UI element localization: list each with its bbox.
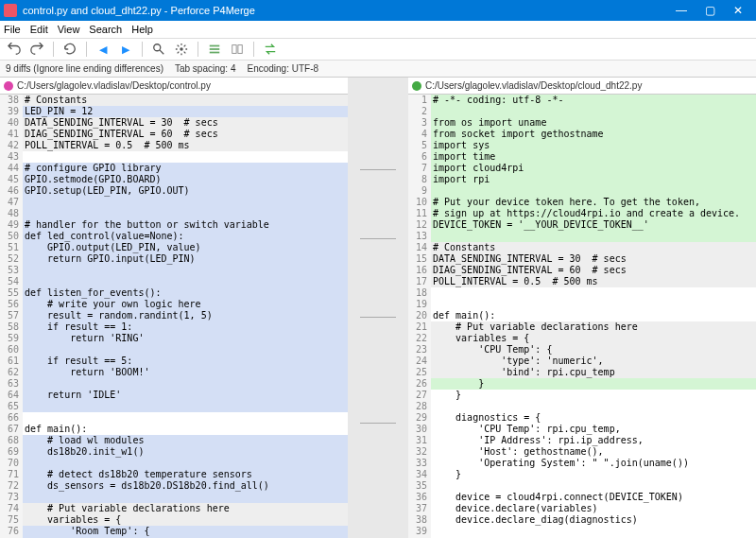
swap-icon[interactable] (262, 41, 279, 58)
code-line[interactable]: } (431, 390, 756, 401)
code-line[interactable]: from os import uname (431, 117, 756, 129)
menu-file[interactable]: File (4, 24, 21, 35)
code-line[interactable]: ds_sensors = ds18b20.DS18b20.find_all() (23, 480, 348, 492)
code-line[interactable]: variables = { (431, 333, 756, 344)
code-line[interactable]: # Put variable declarations here (23, 503, 348, 514)
menu-search[interactable]: Search (89, 24, 122, 35)
code-line[interactable]: POLL_INTERVAL = 0.5 # 500 ms (431, 276, 756, 287)
prev-diff-icon[interactable]: ◀ (94, 41, 112, 58)
minimize-icon[interactable]: — (667, 4, 696, 17)
list-view-icon[interactable] (206, 41, 223, 58)
code-line[interactable] (431, 231, 756, 242)
code-line[interactable] (23, 412, 348, 424)
code-line[interactable]: 'bind': rpi.cpu_temp (431, 367, 756, 378)
code-line[interactable]: 'IP Address': rpi.ip_address, (431, 435, 756, 446)
search-icon[interactable] (150, 41, 167, 58)
code-line[interactable]: # Put variable declarations here (431, 321, 756, 333)
code-line[interactable] (23, 458, 348, 469)
code-line[interactable]: 'CPU Temp': rpi.cpu_temp, (431, 424, 756, 435)
code-line[interactable]: # write your own logic here (23, 299, 348, 310)
code-line[interactable]: def listen_for_events(): (23, 287, 348, 299)
code-line[interactable]: LED_PIN = 12 (23, 106, 348, 117)
code-line[interactable] (431, 299, 756, 310)
code-line[interactable]: def main(): (431, 310, 756, 321)
code-line[interactable]: # load wl modules (23, 435, 348, 446)
menu-help[interactable]: Help (131, 24, 153, 35)
code-line[interactable] (431, 287, 756, 299)
code-line[interactable]: if result == 1: (23, 321, 348, 333)
code-line[interactable]: def main(): (23, 424, 348, 435)
code-line[interactable]: # handler for the button or switch varia… (23, 219, 348, 231)
code-line[interactable] (431, 106, 756, 117)
code-line[interactable]: return GPIO.input(LED_PIN) (23, 253, 348, 265)
undo-icon[interactable] (6, 41, 23, 58)
code-line[interactable] (431, 526, 756, 537)
menu-view[interactable]: View (58, 24, 80, 35)
code-line[interactable] (23, 344, 348, 356)
refresh-icon[interactable] (61, 41, 78, 58)
code-line[interactable]: # configure GPIO library (23, 163, 348, 174)
code-line[interactable]: # sign up at https://cloud4rpi.io and cr… (431, 208, 756, 219)
code-line[interactable] (23, 197, 348, 208)
code-line[interactable]: POLL_INTERVAL = 0.5 # 500 ms (23, 140, 348, 151)
code-line[interactable] (431, 401, 756, 412)
code-line[interactable]: return 'RING' (23, 333, 348, 344)
code-line[interactable]: # Constants (23, 95, 348, 106)
window-title: control.py and cloud_dht22.py - Perforce… (23, 5, 667, 16)
code-line[interactable]: 'CPU Temp': { (431, 344, 756, 356)
code-line[interactable]: DIAG_SENDING_INTERVAL = 60 # secs (23, 129, 348, 140)
tree-view-icon[interactable] (229, 41, 246, 58)
menu-edit[interactable]: Edit (30, 24, 48, 35)
code-line[interactable]: import time (431, 151, 756, 163)
code-line[interactable]: } (431, 378, 756, 390)
code-line[interactable] (23, 276, 348, 287)
code-line[interactable]: 'Host': gethostname(), (431, 446, 756, 458)
code-line[interactable]: DATA_SENDING_INTERVAL = 30 # secs (431, 253, 756, 265)
redo-icon[interactable] (28, 41, 45, 58)
left-code[interactable]: 38# Constants39LED_PIN = 1240DATA_SENDIN… (0, 95, 348, 538)
code-line[interactable]: diagnostics = { (431, 412, 756, 424)
code-line[interactable]: GPIO.output(LED_PIN, value) (23, 242, 348, 253)
code-line[interactable]: 'type': 'numeric', (431, 356, 756, 367)
code-line[interactable]: GPIO.setmode(GPIO.BOARD) (23, 174, 348, 185)
maximize-icon[interactable]: ▢ (696, 4, 724, 17)
line-number: 4 (408, 129, 431, 140)
code-line[interactable]: device = cloud4rpi.connect(DEVICE_TOKEN) (431, 492, 756, 503)
code-line[interactable] (23, 208, 348, 219)
code-line[interactable]: import cloud4rpi (431, 163, 756, 174)
code-line[interactable]: import sys (431, 140, 756, 151)
code-line[interactable]: DEVICE_TOKEN = '__YOUR_DEVICE_TOKEN__' (431, 219, 756, 231)
code-line[interactable]: from socket import gethostname (431, 129, 756, 140)
code-line[interactable]: ds18b20.init_w1() (23, 446, 348, 458)
code-line[interactable]: } (431, 469, 756, 480)
code-line[interactable]: # Constants (431, 242, 756, 253)
code-line[interactable]: 'Room Temp': { (23, 526, 348, 537)
code-line[interactable]: def led_control(value=None): (23, 231, 348, 242)
code-line[interactable] (431, 480, 756, 492)
code-line[interactable]: # detect ds18b20 temperature sensors (23, 469, 348, 480)
settings-icon[interactable] (173, 41, 190, 58)
code-line[interactable] (23, 401, 348, 412)
code-line[interactable]: if result == 5: (23, 356, 348, 367)
code-line[interactable] (431, 185, 756, 197)
code-line[interactable]: return 'BOOM!' (23, 367, 348, 378)
code-line[interactable]: device.declare(variables) (431, 503, 756, 514)
code-line[interactable] (23, 265, 348, 276)
close-icon[interactable]: ✕ (724, 4, 752, 17)
code-line[interactable]: DATA_SENDING_INTERVAL = 30 # secs (23, 117, 348, 129)
code-line[interactable]: GPIO.setup(LED_PIN, GPIO.OUT) (23, 185, 348, 197)
code-line[interactable] (23, 492, 348, 503)
next-diff-icon[interactable]: ▶ (117, 41, 134, 58)
code-line[interactable]: return 'IDLE' (23, 390, 348, 401)
code-line[interactable]: # Put your device token here. To get the… (431, 197, 756, 208)
code-line[interactable]: 'Operating System': " ".join(uname()) (431, 458, 756, 469)
code-line[interactable]: device.declare_diag(diagnostics) (431, 514, 756, 526)
code-line[interactable]: variables = { (23, 514, 348, 526)
right-code[interactable]: 1# -*- coding: utf-8 -*-23from os import… (408, 95, 756, 538)
code-line[interactable]: DIAG_SENDING_INTERVAL = 60 # secs (431, 265, 756, 276)
code-line[interactable]: result = random.randint(1, 5) (23, 310, 348, 321)
code-line[interactable] (23, 151, 348, 163)
code-line[interactable]: import rpi (431, 174, 756, 185)
code-line[interactable]: # -*- coding: utf-8 -*- (431, 95, 756, 106)
code-line[interactable] (23, 378, 348, 390)
